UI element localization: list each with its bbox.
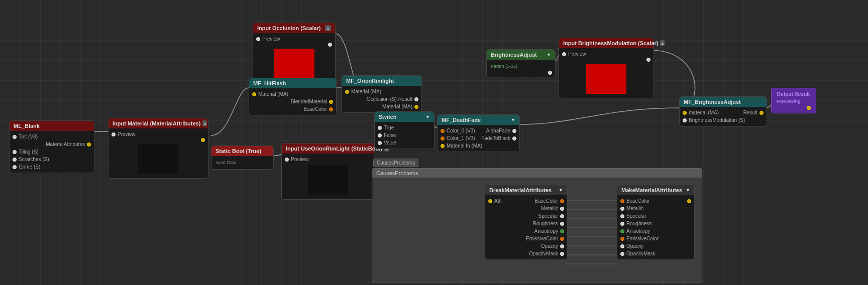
preview-red (274, 49, 314, 79)
input-material-header[interactable]: Input Material (MaterialAttributes) ▲ (108, 118, 208, 128)
dropdown-icon[interactable]: ▼ (547, 52, 551, 57)
pin-tiling: Tiling (S) (10, 148, 94, 156)
dropdown-icon[interactable]: ▼ (686, 188, 690, 193)
pin-opacitymask-l: OpacityMask (617, 250, 694, 257)
static-bool-title: Static Bool (True) (215, 148, 261, 154)
pin-emissive-l: EmissiveColor (617, 235, 694, 242)
output-result-title: Output Result (777, 91, 811, 97)
pin-dot (329, 100, 333, 104)
switch-header[interactable]: Switch ▼ (375, 112, 434, 122)
input-brightness-header[interactable]: Input BrightnessModulation (Scalar) ▲ (559, 38, 654, 48)
pin-material-right: Material (MA) (342, 103, 421, 110)
pin-opacity-r: Opacity (485, 242, 567, 250)
pin-dot-tiling (13, 150, 17, 154)
brightness-adjust-title: BrightnessAdjust (491, 52, 537, 58)
pin-dot-matattrs (87, 143, 91, 147)
pin-dot (441, 136, 445, 140)
input-useorion-title: Input UseOrionRimLight (StaticBool) (286, 146, 382, 152)
output-result-node: Output Result Previewing (771, 88, 816, 113)
input-useorion-node: Input UseOrionRimLight (StaticBool) ▲ Pr… (281, 143, 374, 200)
switch-title: Switch (379, 114, 396, 120)
pin-dot (329, 107, 333, 111)
input-material-title: Input Material (MaterialAttributes) (113, 120, 200, 126)
pin-basecolor: BaseColor (249, 105, 336, 113)
mf-orionrimlight-node: MF_OrionRimlight Material (MA) Occlusion… (342, 75, 422, 113)
pin-brightness: BrightnessModulation (S) (680, 116, 767, 124)
param-label: Param (1-25) (487, 62, 555, 71)
pin-roughness-r: Roughness (485, 220, 567, 227)
mf-deathfade-header[interactable]: MF_DeathFade ▼ (438, 115, 519, 125)
switch-node: Switch ▼ True False Value (374, 111, 435, 149)
pin-dot (441, 129, 445, 133)
pin-tint: Tint (V3) (10, 133, 94, 140)
mf-deathfade-title: MF_DeathFade (442, 117, 481, 123)
preview-red2 (586, 64, 626, 94)
pin-false: False (375, 131, 434, 139)
dropdown-icon[interactable]: ▼ (511, 117, 515, 122)
break-material-node: BreakMaterialAttributes ▼ Attr BaseColor… (485, 185, 568, 260)
pin-occlusion: Occlusion (S) Result (342, 95, 421, 103)
mf-orionrimlight-header[interactable]: MF_OrionRimlight (342, 76, 421, 86)
pin-anisotropy-l: Anisotropy (617, 227, 694, 235)
pin-dot (807, 106, 811, 110)
pin-dot (441, 144, 445, 148)
preview-black2 (308, 165, 348, 195)
output-previewing-label: Previewing (777, 99, 811, 104)
pin-material-left: Material (MA) (342, 88, 421, 95)
pin-dot-right (512, 129, 516, 133)
brightness-adjust-header[interactable]: BrightnessAdjust ▼ (487, 50, 555, 60)
ml-blank-header[interactable]: ML_Blank (10, 121, 94, 131)
input-occlusion-header[interactable]: Input Occlusion (Scalar) ▲ (253, 23, 335, 33)
pin-specular-l: Specular (617, 212, 694, 220)
pin-dot-right (328, 43, 332, 47)
pin-preview-label: Preview (108, 130, 208, 138)
pin-dot-right (548, 71, 552, 75)
pin-opacitymask-r: OpacityMask (485, 250, 567, 257)
pin-preview: Preview (253, 35, 335, 43)
mf-hitflash-header[interactable]: MF_HitFlash (249, 78, 336, 88)
preview-black (138, 144, 178, 174)
pin-metallic-r: Metallic (485, 205, 567, 212)
pin-dot-right (687, 199, 691, 203)
dropdown-icon[interactable]: ▼ (425, 114, 430, 119)
static-bool-node: Static Bool (True) Input Data (211, 146, 274, 170)
dropdown-icon[interactable]: ▼ (559, 188, 563, 193)
pin-materialin: Material In (MA) (438, 142, 519, 150)
input-occlusion-title: Input Occlusion (Scalar) (257, 25, 321, 31)
ml-blank-title: ML_Blank (14, 123, 40, 129)
pin-dot (620, 252, 624, 256)
collapse-icon[interactable]: ▲ (660, 40, 665, 46)
pin-basecolor-l: BaseColor (617, 197, 694, 205)
pin-preview: Preview (559, 50, 654, 58)
collapse-icon[interactable]: ▲ (325, 25, 331, 31)
collapse-icon[interactable]: ▲ (202, 120, 207, 126)
comment-header: CausesProblems (372, 169, 702, 178)
static-bool-header[interactable]: Static Bool (True) (211, 146, 273, 156)
pin-dot (620, 199, 624, 203)
pin-opacity-l: Opacity (617, 242, 694, 250)
mf-hitflash-title: MF_HitFlash (253, 80, 286, 86)
input-brightness-title: Input BrightnessModulation (Scalar) (563, 40, 658, 46)
make-material-title: MakeMaterialAttributes (621, 187, 682, 193)
pin-dot (560, 214, 564, 218)
pin-dot (414, 105, 418, 109)
make-material-header[interactable]: MakeMaterialAttributes ▼ (617, 185, 694, 195)
input-useorion-header[interactable]: Input UseOrionRimLight (StaticBool) ▲ (282, 144, 374, 154)
pin-preview: Preview (282, 156, 374, 163)
mf-brightnessadjust-header[interactable]: MF_BrightnessAdjust (680, 97, 767, 107)
pin-dot (620, 229, 624, 233)
input-brightness-node: Input BrightnessModulation (Scalar) ▲ Pr… (559, 38, 654, 98)
break-material-header[interactable]: BreakMaterialAttributes ▼ (485, 185, 567, 195)
mf-brightnessadjust-node: MF_BrightnessAdjust material (MA) Result… (679, 96, 767, 126)
pin-dot-right (560, 199, 564, 203)
pin-dot-tint (13, 135, 17, 139)
pin-dot-right (646, 58, 650, 62)
pin-dot-right (512, 136, 516, 140)
input-occlusion-node: Input Occlusion (Scalar) ▲ Preview (253, 23, 336, 83)
pin-scratches: Scratches (S) (10, 156, 94, 163)
pin-emissive-r: EmissiveColor (485, 235, 567, 242)
pin-color0: Color_0 (V3) AlphaFade (438, 127, 519, 134)
pin-value: Value (375, 139, 434, 147)
pin-dot-scratches (13, 158, 17, 162)
input-material-node: Input Material (MaterialAttributes) ▲ Pr… (108, 118, 208, 179)
